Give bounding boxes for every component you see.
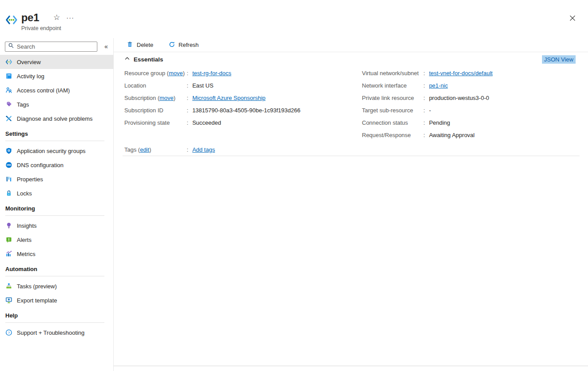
colon: : (423, 132, 425, 138)
search-icon (8, 42, 14, 50)
colon: : (187, 119, 188, 126)
colon: : (187, 70, 188, 76)
essentials-row: Resource group (move):test-rg-for-docs (124, 67, 359, 79)
field-value[interactable]: test-vnet-for-docs/default (429, 70, 493, 76)
private-endpoint-resource-icon (5, 14, 18, 26)
sidebar-item-alerts[interactable]: Alerts (0, 233, 113, 247)
sidebar-item-label: Overview (17, 59, 41, 65)
delete-label: Delete (137, 42, 154, 48)
field-label: Resource group (move) (124, 70, 187, 76)
resource-type-label: Private endpoint (21, 25, 74, 31)
diagnose-icon (5, 115, 12, 122)
field-value: Awaiting Approval (429, 132, 475, 138)
content-bottom-divider (114, 366, 588, 366)
essentials-right-column: Virtual network/subnet:test-vnet-for-doc… (362, 67, 579, 141)
sidebar-item-insights[interactable]: Insights (0, 218, 113, 233)
sidebar-item-access-control-iam[interactable]: Access control (IAM) (0, 83, 113, 97)
tasks-icon (5, 283, 12, 290)
essentials-title: Essentials (134, 56, 163, 63)
content-pane: Delete Refresh Essentials JSON View (114, 38, 588, 371)
field-value[interactable]: Microsoft Azure Sponsorship (192, 95, 265, 101)
sidebar-item-label: Application security groups (17, 148, 85, 154)
tags-row: Tags (edit):Add tags (124, 143, 359, 156)
field-label-link[interactable]: move (159, 95, 173, 101)
field-value: East US (192, 82, 214, 89)
sidebar-item-support-troubleshooting[interactable]: ?Support + Troubleshooting (0, 325, 113, 340)
sidebar-item-metrics[interactable]: Metrics (0, 247, 113, 261)
field-value[interactable]: test-rg-for-docs (192, 70, 231, 76)
private-endpoint-overview-page: pe1 ☆ ··· Private endpoint (0, 0, 588, 371)
essentials-row: Virtual network/subnet:test-vnet-for-doc… (362, 67, 579, 79)
sidebar-item-label: DNS configuration (17, 162, 64, 168)
collapse-sidebar-button[interactable]: « (103, 42, 110, 51)
sidebar-search-row: « (0, 40, 113, 53)
json-view-link[interactable]: JSON View (542, 55, 576, 64)
chevron-up-icon (124, 56, 130, 63)
sidebar: « OverviewActivity logAccess control (IA… (0, 38, 114, 371)
essentials-row: Tags (edit):Add tags (124, 143, 359, 156)
search-box[interactable] (5, 42, 97, 52)
more-options-icon[interactable]: ··· (66, 13, 74, 22)
essentials-collapse-toggle[interactable]: Essentials (124, 56, 163, 63)
close-icon (569, 16, 576, 23)
sidebar-section-divider (5, 215, 104, 216)
refresh-button[interactable]: Refresh (169, 41, 199, 49)
sidebar-item-label: Support + Troubleshooting (17, 329, 85, 336)
page-header: pe1 ☆ ··· Private endpoint (0, 0, 588, 38)
metrics-icon (5, 250, 12, 257)
field-label-link[interactable]: edit (140, 146, 149, 153)
access-control-icon (5, 87, 12, 94)
sidebar-item-export-template[interactable]: Export template (0, 293, 113, 307)
field-value: Pending (429, 119, 450, 126)
activity-log-icon (5, 73, 12, 80)
tag-icon (5, 101, 12, 108)
field-label: Tags (edit) (124, 146, 187, 153)
sidebar-item-label: Diagnose and solve problems (17, 115, 92, 122)
essentials-row: Target sub-resource:- (362, 104, 579, 116)
export-template-icon (5, 297, 12, 304)
sidebar-item-tasks-preview[interactable]: Tasks (preview) (0, 279, 113, 293)
essentials-row: Provisioning state:Succeeded (124, 116, 359, 129)
sidebar-item-dns-configuration[interactable]: DNSDNS configuration (0, 158, 113, 172)
field-value: - (429, 107, 431, 114)
sidebar-nav: OverviewActivity logAccess control (IAM)… (0, 55, 113, 371)
sidebar-item-locks[interactable]: Locks (0, 186, 113, 200)
sidebar-section-title: Help (0, 311, 113, 321)
sidebar-item-overview[interactable]: Overview (0, 55, 113, 69)
essentials-row: Connection status:Pending (362, 116, 579, 129)
sidebar-item-application-security-groups[interactable]: Application security groups (0, 144, 113, 158)
sidebar-section-title: Settings (0, 129, 113, 139)
essentials-header: Essentials JSON View (114, 53, 588, 66)
sidebar-item-tags[interactable]: Tags (0, 97, 113, 111)
toolbar: Delete Refresh (114, 38, 588, 52)
sidebar-item-diagnose-and-solve-problems[interactable]: Diagnose and solve problems (0, 111, 113, 126)
refresh-label: Refresh (179, 42, 199, 48)
favorite-star-icon[interactable]: ☆ (53, 13, 60, 22)
essentials-left-column: Resource group (move):test-rg-for-docsLo… (124, 67, 359, 129)
sidebar-item-label: Metrics (17, 251, 35, 257)
sidebar-item-label: Properties (17, 176, 43, 183)
refresh-icon (169, 41, 175, 49)
field-label: Provisioning state (124, 119, 187, 126)
colon: : (423, 119, 425, 126)
svg-text:?: ? (8, 331, 10, 335)
sidebar-item-properties[interactable]: Properties (0, 172, 113, 186)
delete-button[interactable]: Delete (127, 41, 154, 49)
svg-text:DNS: DNS (7, 164, 11, 166)
field-value[interactable]: Add tags (192, 146, 215, 153)
close-button[interactable] (569, 15, 576, 23)
search-input[interactable] (17, 43, 94, 50)
essentials-bottom-divider (123, 156, 580, 156)
sidebar-section-divider (5, 276, 104, 276)
colon: : (187, 146, 188, 153)
field-label-link[interactable]: move (169, 70, 183, 76)
field-label: Private link resource (362, 95, 423, 101)
field-value[interactable]: pe1-nic (429, 82, 448, 89)
sidebar-section-title: Automation (0, 264, 113, 274)
field-label: Virtual network/subnet (362, 70, 423, 76)
field-label: Target sub-resource (362, 107, 423, 114)
sidebar-item-label: Tags (17, 101, 29, 108)
sidebar-item-label: Access control (IAM) (17, 87, 70, 94)
field-value: Succeeded (192, 119, 221, 126)
sidebar-item-activity-log[interactable]: Activity log (0, 69, 113, 83)
